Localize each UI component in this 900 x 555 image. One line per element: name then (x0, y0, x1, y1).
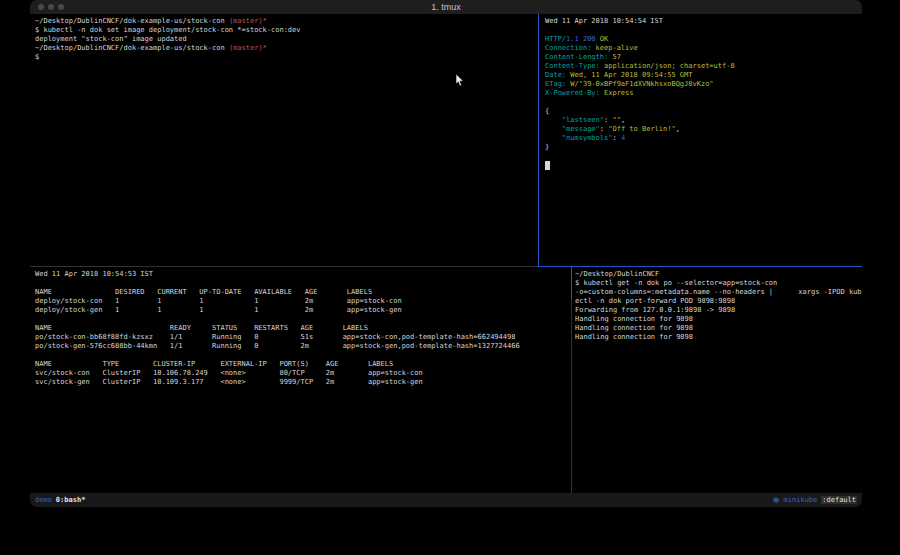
tmux-status-bar: demo 0:bash* ☸minikube:default (30, 493, 862, 507)
desktop-background: 1. tmux ~/Desktop/DublinCNCF/dok-example… (0, 0, 900, 555)
terminal-line: Handling connection for 9898 (575, 315, 860, 324)
terminal-line (545, 161, 859, 170)
terminal-line: Connection: keep-alive (545, 44, 859, 53)
terminal-line: $ kubectl -n dok set image deployment/st… (35, 26, 535, 35)
terminal-line: ectl -n dok port-forward POD 9898:9898 (575, 297, 860, 306)
terminal-line: deploy/stock-gen 1 1 1 1 2m app=stock-ge… (35, 306, 565, 315)
terminal-line (35, 279, 565, 288)
terminal-line (545, 26, 859, 35)
tmux-session: ~/Desktop/DublinCNCF/dok-example-us/stoc… (30, 14, 862, 493)
window-titlebar: 1. tmux (30, 0, 862, 14)
pane-http-response[interactable]: Wed 11 Apr 2018 10:54:54 IST HTTP/1.1 20… (545, 17, 859, 170)
terminal-line: $ (35, 53, 535, 62)
terminal-line: "numsymbols": 4 (545, 134, 859, 143)
terminal-line: Wed 11 Apr 2018 10:54:53 IST (35, 270, 565, 279)
terminal-line (545, 98, 859, 107)
terminal-line: ~/Desktop/DublinCNCF (575, 270, 860, 279)
terminal-line: Content-Type: application/json; charset=… (545, 62, 859, 71)
pane-divider-active-corner (571, 267, 572, 299)
pane-kubectl-watch-tables[interactable]: Wed 11 Apr 2018 10:54:53 IST NAME DESIRE… (35, 270, 565, 387)
terminal-line: "lastseen": "", (545, 116, 859, 125)
terminal-line (35, 315, 565, 324)
kube-context: minikube (784, 496, 818, 504)
traffic-lights (38, 4, 64, 10)
terminal-line: po/stock-gen-576cc688bb-44kmn 1/1 Runnin… (35, 342, 565, 351)
mouse-pointer-icon (455, 73, 464, 91)
terminal-line: { (545, 107, 859, 116)
terminal-line: "message": "Off to Berlin!", (545, 125, 859, 134)
terminal-line: Date: Wed, 11 Apr 2018 09:54:55 GMT (545, 71, 859, 80)
terminal-line: ~/Desktop/DublinCNCF/dok-example-us/stoc… (35, 17, 535, 26)
status-right: ☸minikube:default (772, 496, 857, 505)
terminal-line: Wed 11 Apr 2018 10:54:54 IST (545, 17, 859, 26)
terminal-line: X-Powered-By: Express (545, 89, 859, 98)
terminal-line: } (545, 143, 859, 152)
terminal-line: NAME READY STATUS RESTARTS AGE LABELS (35, 324, 565, 333)
terminal-line: Forwarding from 127.0.0.1:9898 -> 9898 (575, 306, 860, 315)
pane-divider-vertical-bottom[interactable] (571, 267, 572, 493)
terminal-line (35, 351, 565, 360)
pane-divider-horizontal-right[interactable] (538, 266, 862, 267)
terminal-line: Content-Length: 57 (545, 53, 859, 62)
terminal-line: $ kubectl get -n dok po --selector=app=s… (575, 279, 860, 288)
kubernetes-icon: ☸ (772, 496, 779, 505)
pane-port-forward-log[interactable]: ~/Desktop/DublinCNCF$ kubectl get -n dok… (575, 270, 860, 342)
terminal-line: ~/Desktop/DublinCNCF/dok-example-us/stoc… (35, 44, 535, 53)
terminal-window: 1. tmux ~/Desktop/DublinCNCF/dok-example… (30, 0, 862, 507)
window-title: 1. tmux (30, 0, 862, 14)
terminal-line: NAME DESIRED CURRENT UP-TO-DATE AVAILABL… (35, 288, 565, 297)
terminal-line: svc/stock-con ClusterIP 10.106.78.249 <n… (35, 369, 565, 378)
terminal-line: NAME TYPE CLUSTER-IP EXTERNAL-IP PORT(S)… (35, 360, 565, 369)
session-name: demo (35, 496, 52, 504)
pane-shell-kubectl-set-image[interactable]: ~/Desktop/DublinCNCF/dok-example-us/stoc… (35, 17, 535, 62)
terminal-line: ETag: W/"39-0xBPf9aF1dXVNkhsxoBQgJ8vKzo" (545, 80, 859, 89)
pane-divider-vertical-top[interactable] (538, 14, 539, 266)
zoom-button[interactable] (58, 4, 64, 10)
terminal-line: -o=custom-columns=:metadata.name --no-he… (575, 288, 860, 297)
kube-namespace: :default (821, 496, 857, 504)
terminal-line: Handling connection for 9898 (575, 333, 860, 342)
terminal-line: Handling connection for 9898 (575, 324, 860, 333)
terminal-line: po/stock-con-bb68f88fd-kzsxz 1/1 Running… (35, 333, 565, 342)
pane-divider-horizontal-left[interactable] (30, 266, 538, 267)
terminal-line: deploy/stock-con 1 1 1 1 2m app=stock-co… (35, 297, 565, 306)
minimize-button[interactable] (48, 4, 54, 10)
close-button[interactable] (38, 4, 44, 10)
status-left: demo 0:bash* (35, 496, 85, 504)
window-tab-bash[interactable]: 0:bash* (56, 496, 86, 504)
terminal-line: deployment "stock-con" image updated (35, 35, 535, 44)
terminal-line: HTTP/1.1 200 OK (545, 35, 859, 44)
terminal-line: svc/stock-gen ClusterIP 10.109.3.177 <no… (35, 378, 565, 387)
terminal-line (545, 152, 859, 161)
